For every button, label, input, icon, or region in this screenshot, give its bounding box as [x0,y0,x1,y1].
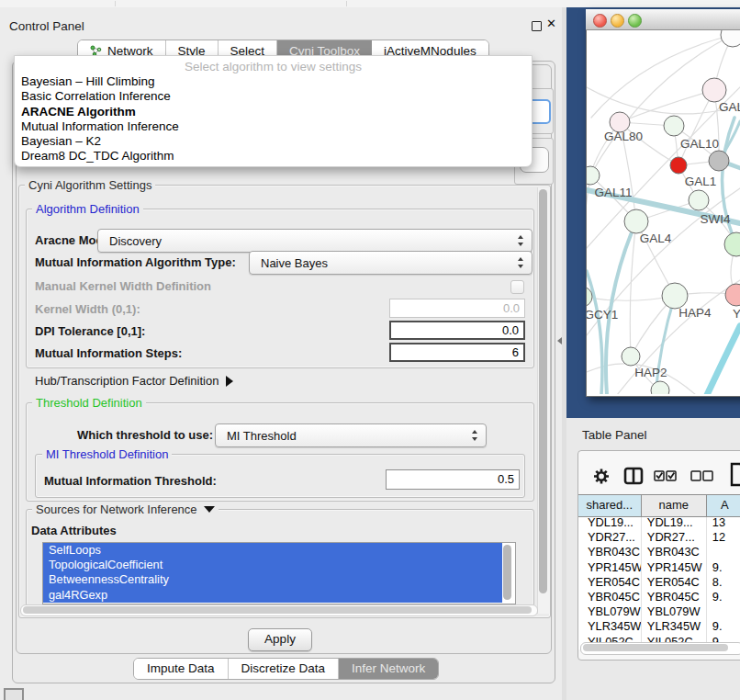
network-node[interactable] [702,78,726,102]
application-screen: Control Panel ✕ NetworkStyleSelectCyni T… [0,0,740,700]
hub-definition-expander[interactable]: Hub/Transcription Factor Definition [35,374,233,388]
window-minimize-icon[interactable] [611,14,624,28]
table-hscrollbar-thumb[interactable] [583,644,728,651]
table-cell [707,545,740,559]
collapse-down-icon[interactable] [204,506,215,513]
combo-stepper-icon [518,235,524,246]
table-row[interactable]: YBL079WYBL079W [578,604,740,619]
data-attribute-betweennesscentrality[interactable]: BetweennessCentrality [43,572,502,587]
gear-icon[interactable] [592,467,611,490]
data-attribute-gal4rgexp[interactable]: gal4RGexp [43,588,502,603]
node-label: GAL [719,100,740,114]
which-threshold-value: MI Threshold [227,429,297,443]
deselect-all-checkboxes-icon[interactable] [690,469,713,486]
algorithm-option-dream8-dc-tdc-algorithm[interactable]: Dream8 DC_TDC Algorithm [15,149,532,164]
apply-button[interactable]: Apply [248,628,312,651]
data-attribute-topologicalcoefficient[interactable]: TopologicalCoefficient [43,558,502,572]
algorithm-option-basic-correlation-inference[interactable]: Basic Correlation Inference [15,89,532,104]
mi-threshold-input[interactable]: 0.5 [386,469,520,490]
network-node[interactable] [709,151,729,171]
kernel-width-input[interactable]: 0.0 [389,299,525,318]
close-icon[interactable]: ✕ [546,17,556,30]
mi-steps-input[interactable]: 6 [389,343,525,362]
aracne-mode-value: Discovery [109,234,162,248]
table-row[interactable]: YBR043CYBR043C [578,545,740,559]
tab-impute-data[interactable]: Impute Data [134,659,229,679]
combo-stepper-icon [518,257,524,268]
network-node[interactable] [689,190,709,210]
window-close-icon[interactable] [593,14,607,28]
table-cell: YLR345W [578,619,642,634]
table-cell: YLR345W [642,619,707,634]
network-canvas[interactable]: GALGAL80GAL10GAL1GAL11SWI4GAL4GCY1HAP4YH… [587,30,740,394]
table-row[interactable]: YLR345WYLR345W9. [578,619,740,634]
table-cell: YBR045C [578,590,642,604]
table-row[interactable]: YPR145WYPR145W9. [578,560,740,575]
table-cell: YPR145W [578,560,642,575]
data-attribute-selfloops[interactable]: SelfLoops [43,543,502,558]
manual-kernel-width-label: Manual Kernel Width Definition [35,279,211,293]
algorithm-dropdown-popup: Select algorithm to view settings Bayesi… [14,55,533,167]
node-label: GAL10 [680,137,719,151]
new-table-icon[interactable] [730,462,740,491]
column-header-name[interactable]: name [642,495,707,516]
table-cell: 9. [707,590,740,604]
aracne-mode-select[interactable]: Discovery [97,229,533,253]
network-node[interactable] [624,209,648,233]
sources-group-title[interactable]: Sources for Network Inference [32,502,219,516]
minimized-panel-icon[interactable] [4,688,24,700]
settings-scrollbar-thumb[interactable] [539,189,547,593]
table-cell: YBR043C [578,545,642,559]
split-columns-icon[interactable] [623,466,644,490]
algorithm-options-list: Bayesian – Hill ClimbingBasic Correlatio… [15,74,532,164]
select-all-checkboxes-icon[interactable] [654,469,677,486]
column-header-shared[interactable]: shared... [578,495,642,516]
table-cell: YBR045C [642,590,707,604]
table-cell: 12 [707,530,740,545]
manual-kernel-width-checkbox[interactable] [510,280,524,294]
network-node[interactable] [725,284,740,306]
algorithm-definition-title: Algorithm Definition [32,202,143,216]
table-cell: 8. [707,575,740,590]
node-label: GCY1 [587,308,618,322]
algorithm-option-aracne-algorithm[interactable]: ARACNE Algorithm [15,105,532,119]
mi-algorithm-type-select[interactable]: Naive Bayes [249,251,533,275]
attribute-list-scrollbar[interactable] [503,545,511,600]
table-body: YDL19...YDL19...13YDR27...YDR27...12YBR0… [578,515,740,649]
network-node[interactable] [664,116,684,136]
table-cell: 9. [707,619,740,634]
network-edge[interactable] [630,221,636,356]
network-node[interactable] [724,232,740,256]
table-cell: YER054C [642,575,707,590]
network-node[interactable] [622,347,640,366]
splitter-collapse-icon[interactable] [557,337,562,344]
window-zoom-icon[interactable] [628,14,642,28]
network-node[interactable] [651,381,669,394]
network-node[interactable] [662,283,688,309]
dpi-tolerance-input[interactable]: 0.0 [389,321,525,340]
tab-infer-network[interactable]: Infer Network [339,659,438,679]
algorithm-option-bayesian-hill-climbing[interactable]: Bayesian – Hill Climbing [15,74,532,89]
node-label: Y [733,307,740,321]
network-node[interactable] [670,157,687,174]
table-row[interactable]: YBR045CYBR045C9. [578,590,740,604]
float-window-icon[interactable] [532,21,542,31]
table-row[interactable]: YDR27...YDR27...12 [578,530,740,545]
table-row[interactable]: YDL19...YDL19...13 [578,515,740,530]
which-threshold-label: Which threshold to use: [77,428,213,442]
data-attributes-list[interactable]: SelfLoopsTopologicalCoefficientBetweenne… [42,542,516,604]
kernel-width-label: Kernel Width (0,1): [35,302,140,316]
algorithm-option-bayesian-k2[interactable]: Bayesian – K2 [15,134,532,149]
which-threshold-select[interactable]: MI Threshold [215,423,487,447]
network-window-titlebar[interactable] [586,9,740,30]
column-header-a[interactable]: A [707,495,740,516]
settings-hscrollbar-thumb[interactable] [23,606,532,614]
tab-discretize-data[interactable]: Discretize Data [229,659,340,679]
mi-threshold-label: Mutual Information Threshold: [44,474,217,488]
expand-right-icon[interactable] [226,376,233,387]
network-node[interactable] [721,30,740,47]
table-row[interactable]: YER054CYER054C8. [578,575,740,590]
settings-group-title: Cyni Algorithm Settings [25,178,155,192]
algorithm-option-mutual-information-inference[interactable]: Mutual Information Inference [15,119,532,134]
network-edge[interactable] [707,326,740,394]
